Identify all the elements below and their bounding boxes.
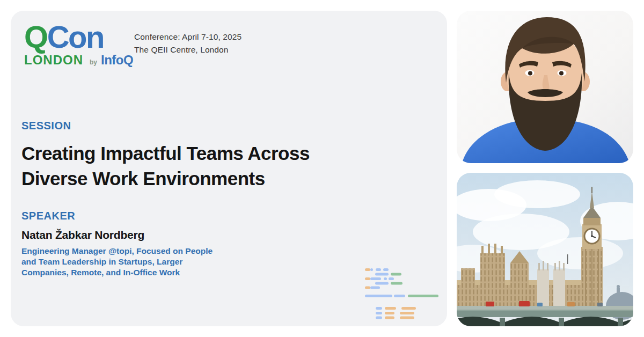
session-title: Creating Impactful Teams Across Diverse … <box>21 141 310 191</box>
speaker-headshot-illustration <box>457 11 633 163</box>
big-ben-westminster-illustration <box>457 173 633 326</box>
logo-q-letter: Q <box>24 19 47 54</box>
venue-photo <box>457 173 633 326</box>
session-label: SESSION <box>21 120 71 132</box>
logo-con-letters: Con <box>47 19 104 54</box>
conference-info: Conference: April 7-10, 2025 The QEII Ce… <box>134 31 241 56</box>
session-title-line-1: Creating Impactful Teams Across <box>21 143 310 164</box>
speaker-description-line-2: and Team Leadership in Startups, Larger <box>21 257 213 267</box>
page: QCon LONDON by InfoQ Conference: April 7… <box>0 0 644 337</box>
speaker-description: Engineering Manager @topi, Focused on Pe… <box>21 246 213 278</box>
speaker-name: Natan Žabkar Nordberg <box>21 229 144 241</box>
code-lines-decoration-icon <box>364 266 439 320</box>
conference-dates: Conference: April 7-10, 2025 <box>134 31 241 43</box>
session-title-line-2: Diverse Work Environments <box>21 168 265 189</box>
infoq-wordmark: InfoQ <box>101 53 133 68</box>
speaker-label: SPEAKER <box>21 210 75 222</box>
session-card: QCon LONDON by InfoQ Conference: April 7… <box>11 11 447 326</box>
logo-subline: LONDON by InfoQ <box>24 53 133 68</box>
qcon-wordmark: QCon <box>24 21 133 53</box>
speaker-description-line-3: Companies, Remote, and In-Office Work <box>21 267 213 278</box>
conference-venue: The QEII Centre, London <box>134 43 241 56</box>
logo-city-text: LONDON <box>24 53 83 68</box>
speaker-description-line-1: Engineering Manager @topi, Focused on Pe… <box>21 246 213 257</box>
speaker-photo <box>457 11 633 163</box>
qcon-london-logo: QCon LONDON by InfoQ <box>24 21 133 68</box>
logo-by-text: by <box>90 58 97 66</box>
